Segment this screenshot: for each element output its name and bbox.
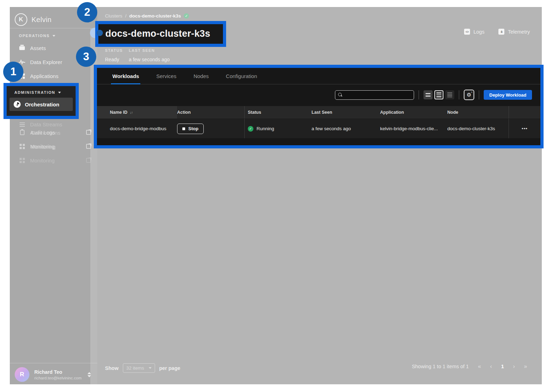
sidebar-divider (10, 28, 97, 28)
status-value: Ready (105, 57, 119, 62)
page-size-select[interactable]: 32 items (123, 363, 155, 373)
toolbar-divider (459, 90, 459, 99)
audit-logs-icon (19, 129, 25, 135)
cell-last-seen: a few seconds ago (312, 119, 380, 138)
annotation-box-3: Workloads Services Nodes Configuration ⚙… (94, 65, 544, 148)
assets-icon (19, 45, 25, 51)
row-menu-button[interactable]: ••• (509, 119, 540, 138)
density-default-button[interactable] (434, 90, 443, 99)
data-streams-icon (19, 121, 25, 127)
chevron-down-icon (52, 35, 55, 37)
sidebar-item-label: Data Streams (30, 121, 62, 127)
monitoring-icon (19, 143, 25, 149)
tab-configuration[interactable]: Configuration (226, 68, 257, 84)
section-operations[interactable]: OPERATIONS (19, 34, 55, 38)
page-title: docs-demo-cluster-k3s (105, 28, 223, 39)
table-settings-button[interactable]: ⚙+ (464, 90, 474, 100)
last-seen-value: a few seconds ago (129, 57, 170, 62)
breadcrumb: Clusters / docs-demo-cluster-k3s ✓ (105, 13, 189, 19)
user-profile[interactable]: R Richard Teo richard.teo@kelvininc.com (10, 365, 97, 384)
logs-button[interactable]: <> Logs (464, 29, 484, 35)
annotation-badge-3: 3 (76, 47, 96, 67)
table-toolbar: ⚙+ Deploy Workload (97, 85, 540, 105)
tab-nodes[interactable]: Nodes (194, 68, 209, 84)
tab-bar: Workloads Services Nodes Configuration (97, 68, 540, 84)
orchestration-icon (14, 101, 21, 108)
sidebar-item-label: Data Explorer (30, 59, 62, 65)
avatar: R (15, 367, 29, 382)
search-input[interactable] (344, 92, 407, 98)
sidebar-item-orchestration[interactable]: Orchestration (9, 98, 73, 111)
stop-button[interactable]: Stop (177, 124, 204, 134)
toolbar-divider (419, 90, 419, 99)
tab-workloads[interactable]: Workloads (112, 68, 139, 84)
running-check-icon: ✓ (248, 126, 253, 132)
cell-status: ✓ Running (244, 119, 312, 138)
pagination-current-page[interactable]: 1 (501, 364, 504, 369)
logs-icon: <> (464, 29, 470, 35)
orchestration-label: Orchestration (25, 102, 59, 107)
operations-label: OPERATIONS (19, 34, 50, 38)
annotation-badge-1: 1 (3, 62, 23, 82)
administration-label: ADMINISTRATION (14, 90, 55, 94)
deploy-workload-button[interactable]: Deploy Workload (484, 90, 532, 100)
external-link-icon (86, 144, 91, 149)
breadcrumb-root[interactable]: Clusters (105, 13, 122, 19)
search-box[interactable] (335, 90, 414, 100)
cell-name: docs-demo-bridge-modbus (97, 119, 177, 138)
last-seen-label: LAST SEEN (129, 48, 155, 52)
column-header-status: Status (244, 106, 312, 119)
column-header-last-seen: Last Seen (312, 106, 380, 119)
column-header-application: Application (380, 106, 447, 119)
column-header-name: Name ID ↓↑ (97, 106, 177, 119)
telemetry-label: Telemetry (508, 29, 530, 35)
stop-icon (182, 127, 185, 130)
sidebar-item-label: Applications (30, 73, 58, 79)
table-row[interactable]: docs-demo-bridge-modbus Stop ✓ Running a… (97, 119, 540, 138)
callout-tail-dot-inner (97, 30, 103, 36)
table-header: Name ID ↓↑ Action Status Last Seen Appli… (97, 106, 540, 119)
per-page-label: per page (159, 365, 180, 371)
annotation-box-2: docs-demo-cluster-k3s (95, 21, 226, 47)
show-label: Show (105, 365, 119, 371)
breadcrumb-separator: / (125, 13, 127, 19)
chevron-down-icon (58, 92, 61, 93)
density-comfortable-button[interactable] (445, 90, 454, 99)
annotation-box-1: ADMINISTRATION Orchestration (4, 83, 79, 119)
chevron-down-icon (149, 367, 152, 369)
pagination-last-button[interactable]: » (524, 363, 527, 370)
pagination-prev-button[interactable]: ‹ (490, 363, 492, 370)
pagination-summary: Showing 1 to 1 items of 1 (412, 364, 469, 369)
density-compact-button[interactable] (424, 90, 433, 99)
pagination-next-button[interactable]: › (513, 363, 515, 370)
user-menu-caret-icon[interactable] (88, 372, 91, 377)
sidebar-item-ghost-label: Connections (31, 130, 60, 136)
telemetry-icon: ılı (498, 29, 504, 35)
sidebar-item-data-streams[interactable]: Data Streams (10, 120, 97, 128)
sidebar-item-label: Monitoring (30, 158, 55, 163)
sort-icon[interactable]: ↓↑ (130, 111, 133, 114)
status-label: STATUS (105, 48, 123, 52)
column-header-actions (509, 106, 540, 119)
toolbar-divider (479, 90, 479, 99)
external-link-icon (86, 158, 91, 163)
sidebar-item-audit-logs[interactable]: Audit Logs Connections (10, 128, 97, 136)
tab-services[interactable]: Services (156, 68, 176, 84)
sidebar-item-label: Assets (30, 45, 46, 51)
cell-action: Stop (177, 119, 244, 138)
telemetry-button[interactable]: ılı Telemetry (498, 29, 530, 35)
column-header-action: Action (177, 106, 244, 119)
pagination-first-button[interactable]: « (478, 363, 481, 370)
sidebar-item-monitoring-2[interactable]: Monitoring (10, 156, 97, 164)
cell-node: docs-demo-cluster-k3s (447, 119, 509, 138)
logs-label: Logs (474, 29, 484, 35)
sidebar-item-monitoring[interactable]: Monitoring Monitoring (10, 142, 97, 150)
cell-application: kelvin-bridge-modbus-clie... (380, 119, 447, 138)
check-badge-icon: ✓ (184, 13, 189, 19)
search-icon (338, 93, 342, 97)
user-email: richard.teo@kelvininc.com (34, 376, 82, 380)
kelvin-logo: K Kelvin (15, 13, 51, 26)
monitoring-icon (19, 157, 25, 163)
kelvin-logo-icon: K (15, 13, 27, 26)
sidebar-item-ghost-label: Monitoring (31, 144, 56, 150)
